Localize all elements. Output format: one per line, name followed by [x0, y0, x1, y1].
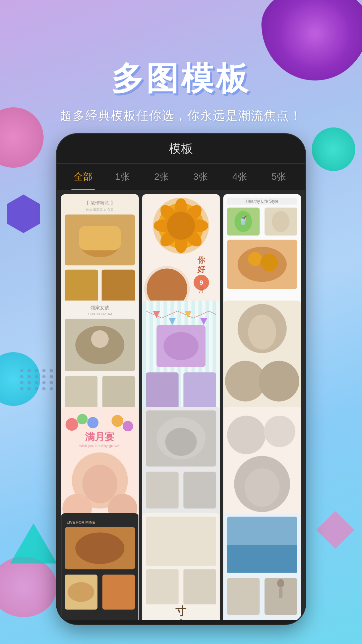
svg-point-140 [68, 582, 94, 602]
svg-text:Healthy Life Style: Healthy Life Style [246, 199, 279, 204]
svg-text:LIVE FOR MINE: LIVE FOR MINE [67, 520, 95, 524]
svg-rect-147 [146, 569, 178, 604]
phone-header: 模板 [57, 134, 305, 164]
svg-text:好: 好 [197, 265, 205, 274]
svg-rect-156 [227, 578, 259, 615]
tab-3[interactable]: 3张 [181, 164, 220, 190]
svg-text:月: 月 [198, 287, 204, 294]
svg-rect-5 [79, 226, 121, 250]
svg-point-98 [87, 417, 98, 428]
template-card-live[interactable]: LIVE FOR MINE ↓ [61, 513, 139, 620]
svg-rect-7 [102, 270, 135, 305]
tab-4[interactable]: 4张 [220, 164, 259, 190]
svg-text:寸: 寸 [176, 605, 187, 617]
header-title: 模板 [169, 141, 193, 157]
svg-point-59 [91, 330, 109, 348]
tab-all[interactable]: 全部 [64, 164, 103, 190]
svg-rect-159 [279, 588, 282, 598]
svg-rect-77 [146, 372, 178, 411]
svg-text:光: 光 [175, 619, 187, 620]
svg-point-47 [248, 252, 262, 266]
svg-point-128 [245, 468, 280, 507]
svg-text:满月宴: 满月宴 [85, 431, 115, 442]
svg-point-87 [248, 315, 276, 350]
svg-rect-116 [146, 472, 178, 508]
svg-text:【 浓情蜜意 】: 【 浓情蜜意 】 [84, 201, 115, 206]
subtitle: 超多经典模板任你选，你永远是潮流焦点！ [60, 108, 302, 124]
tab-5[interactable]: 5张 [259, 164, 298, 190]
tab-1[interactable]: 1张 [103, 164, 142, 190]
svg-rect-78 [183, 372, 216, 411]
svg-text:LING JIA NV HAI: LING JIA NV HAI [88, 312, 112, 316]
phone-screen: 模板 全部 1张 2张 3张 4张 5张 【 浓情蜜意 】 吃在嘴里,甜在心里 [57, 134, 305, 624]
svg-rect-146 [146, 517, 216, 566]
svg-text:吃在嘴里,甜在心里: 吃在嘴里,甜在心里 [86, 208, 114, 212]
bg-diamond-pink [316, 511, 354, 549]
svg-point-24 [167, 212, 195, 240]
dot-grid-decoration [20, 369, 54, 390]
template-card-scenery[interactable]: ↓ [223, 513, 301, 620]
tab-2[interactable]: 2张 [142, 164, 181, 190]
template-card-inch[interactable]: 寸 光 ↓ [142, 513, 220, 620]
svg-rect-141 [102, 575, 135, 610]
svg-point-126 [264, 416, 295, 447]
template-grid: 【 浓情蜜意 】 吃在嘴里,甜在心里 ID 25 ↓ [57, 190, 305, 620]
main-title: 多图模板 [111, 57, 251, 101]
svg-rect-155 [227, 545, 297, 573]
svg-point-115 [165, 428, 197, 456]
svg-text:— 领家女孩 —: — 领家女孩 — [85, 305, 115, 310]
svg-rect-6 [65, 270, 98, 305]
svg-text:🥤: 🥤 [238, 215, 249, 225]
svg-point-48 [260, 254, 278, 271]
svg-point-104 [82, 465, 118, 503]
phone-mockup: 模板 全部 1张 2张 3张 4张 5张 【 浓情蜜意 】 吃在嘴里,甜在心里 [57, 134, 305, 624]
svg-point-138 [75, 532, 124, 564]
bg-blob-pink-bottom [0, 557, 57, 617]
svg-text:wish you healthy growth: wish you healthy growth [79, 444, 121, 448]
bg-hex-purple [7, 195, 40, 233]
svg-rect-117 [183, 472, 216, 508]
tab-bar: 全部 1张 2张 3张 4张 5张 [57, 164, 305, 190]
svg-point-99 [111, 415, 123, 427]
svg-point-125 [227, 416, 265, 454]
svg-point-100 [123, 421, 133, 431]
svg-rect-148 [183, 569, 216, 604]
svg-point-44 [272, 211, 289, 232]
svg-text:你: 你 [197, 256, 205, 264]
bg-triangle-teal [10, 523, 57, 564]
svg-point-96 [66, 418, 78, 431]
svg-point-97 [77, 414, 87, 424]
svg-text:9: 9 [199, 279, 203, 286]
svg-point-76 [164, 332, 199, 360]
svg-point-89 [259, 361, 299, 401]
svg-point-158 [277, 579, 284, 587]
